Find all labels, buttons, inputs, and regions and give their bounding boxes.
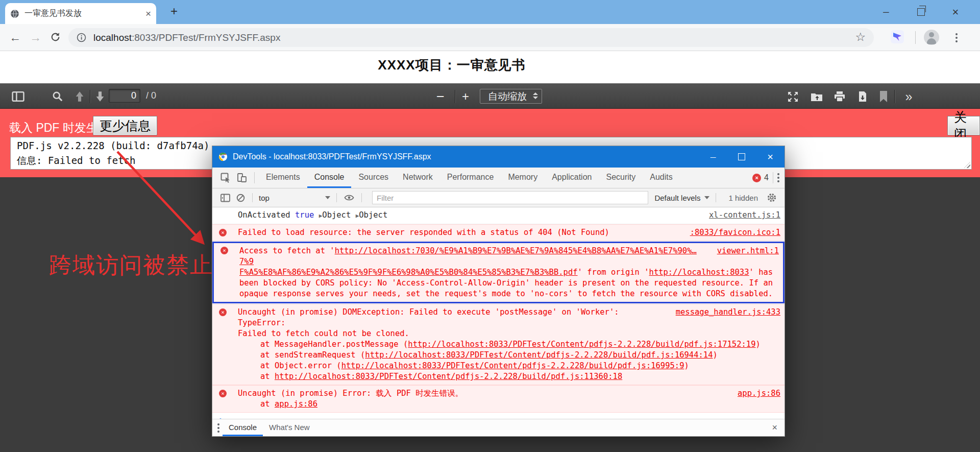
drawer-close-icon[interactable]: ×: [772, 419, 779, 436]
source-link[interactable]: app.js:86: [738, 388, 780, 399]
devtools-minimize-button[interactable]: ─: [699, 146, 727, 168]
stack-frame: at MessageHandler.postMessage (http://lo…: [238, 339, 780, 350]
window-minimize-button[interactable]: ─: [874, 0, 898, 24]
console-error-404-row[interactable]: × :8033/favicon.ico:1 Failed to load res…: [212, 224, 785, 241]
tab-memory[interactable]: Memory: [501, 168, 545, 188]
console-cors-error-row[interactable]: × viewer.html:1 Access to fetch at 'http…: [212, 242, 785, 303]
toolbar-divider: [336, 193, 337, 202]
open-file-icon[interactable]: [808, 84, 825, 109]
execution-context-select[interactable]: top: [259, 194, 330, 202]
window-restore-button[interactable]: [909, 0, 933, 24]
log-text: OnActivated: [238, 210, 290, 220]
console-settings-gear-icon[interactable]: [767, 193, 776, 202]
tab-application[interactable]: Application: [545, 168, 599, 188]
stack-url-link[interactable]: http://localhost:8033/PDFTest/Content/pd…: [275, 372, 622, 381]
tab-audits[interactable]: Audits: [643, 168, 679, 188]
filter-input[interactable]: Filter: [372, 191, 648, 204]
chevron-down-icon: [704, 196, 709, 199]
zoom-select[interactable]: 自动缩放: [480, 89, 542, 104]
stack-url-link[interactable]: http://localhost:8033/PDFTest/Content/pd…: [341, 361, 684, 370]
source-link[interactable]: :8033/favicon.ico:1: [690, 227, 780, 238]
inspect-element-icon[interactable]: [220, 168, 231, 188]
presentation-mode-icon[interactable]: [785, 84, 801, 109]
drawer-tab-console[interactable]: Console: [223, 419, 263, 436]
bookmark-star-icon[interactable]: ☆: [855, 30, 866, 44]
sidebar-toggle-icon[interactable]: [9, 84, 27, 109]
stack-url-link[interactable]: http://localhost:8033/PDFTest/Content/pd…: [408, 340, 755, 349]
more-tools-chevron-icon[interactable]: »: [899, 84, 917, 109]
object-link[interactable]: Object: [322, 210, 351, 220]
tab-elements[interactable]: Elements: [259, 168, 307, 188]
prompt-chevron-icon: >: [219, 415, 225, 419]
levels-select[interactable]: Default levels: [654, 194, 709, 202]
zoom-in-icon[interactable]: +: [458, 84, 473, 109]
tab-performance[interactable]: Performance: [440, 168, 501, 188]
console-error-zh-row[interactable]: × app.js:86 Uncaught (in promise) Error:…: [212, 385, 785, 413]
source-link[interactable]: xl-content.js:1: [709, 210, 780, 221]
devtools-drawer-bar: Console What's New ×: [212, 419, 785, 436]
console-domexception-row[interactable]: × message_handler.js:433 Uncaught (in pr…: [212, 304, 785, 385]
info-icon[interactable]: [77, 33, 86, 42]
tab-close-icon[interactable]: ×: [145, 8, 151, 19]
annotation-label: 跨域访问被禁止: [49, 250, 213, 280]
tab-title: 一审意见书发放: [24, 8, 145, 19]
devtools-menu-icon[interactable]: [777, 173, 779, 182]
console-sidebar-icon[interactable]: [220, 194, 230, 202]
clear-console-icon[interactable]: [236, 194, 245, 202]
live-expression-eye-icon[interactable]: [344, 193, 354, 202]
browser-tab[interactable]: 一审意见书发放 ×: [5, 3, 156, 24]
less-info-button[interactable]: 更少信息: [93, 116, 157, 135]
tab-divider: [254, 172, 255, 183]
stack-text: at Object.error (: [260, 361, 341, 370]
url-bar[interactable]: localhost:8033/PDFTest/FrmYSYJSFF.aspx ☆: [68, 28, 874, 47]
devtools-titlebar[interactable]: DevTools - localhost:8033/PDFTest/FrmYSY…: [212, 146, 785, 168]
url-link[interactable]: F%A5%E8%AF%86%E9%A2%86%E5%9F%9F%E6%98%A0…: [239, 268, 578, 277]
profile-avatar[interactable]: [924, 30, 939, 45]
chrome-menu-icon[interactable]: [955, 33, 958, 42]
new-tab-button[interactable]: +: [166, 4, 182, 18]
stack-url-link[interactable]: app.js:86: [275, 399, 317, 409]
browser-titlebar: 一审意见书发放 × + ─ ×: [0, 0, 980, 24]
drawer-tab-whats-new[interactable]: What's New: [263, 419, 316, 436]
toolbar-divider: [894, 90, 895, 103]
chevron-down-icon: [325, 196, 330, 199]
url-path: :8033/PDFTest/FrmYSYJSFF.aspx: [132, 32, 280, 43]
zoom-out-icon[interactable]: −: [433, 84, 448, 109]
source-link[interactable]: viewer.html:1: [717, 246, 779, 256]
tab-console[interactable]: Console: [307, 168, 352, 188]
globe-icon: [10, 9, 19, 18]
tab-network[interactable]: Network: [396, 168, 440, 188]
page-number-input[interactable]: 0: [109, 89, 140, 103]
devtools-maximize-button[interactable]: [727, 146, 756, 168]
hidden-messages-label: 1 hidden: [728, 194, 758, 202]
window-close-button[interactable]: ×: [943, 0, 968, 24]
error-count-badge[interactable]: × 4: [752, 168, 769, 188]
search-icon[interactable]: [50, 84, 65, 109]
stack-url-link[interactable]: http://localhost:8033/PDFTest/Content/pd…: [365, 350, 713, 360]
object-link[interactable]: Object: [359, 210, 387, 220]
reload-icon[interactable]: [50, 32, 61, 42]
url-link[interactable]: http://localhost:8033: [649, 268, 749, 277]
back-icon[interactable]: ←: [9, 31, 21, 44]
console-prompt[interactable]: >: [212, 413, 785, 418]
extension-icon[interactable]: [891, 30, 904, 43]
tab-sources[interactable]: Sources: [351, 168, 396, 188]
restore-icon: [917, 8, 925, 16]
page-up-icon[interactable]: [72, 84, 87, 109]
forward-icon[interactable]: →: [30, 31, 41, 44]
levels-value: Default levels: [654, 194, 700, 202]
page-down-icon[interactable]: [92, 84, 108, 109]
devtools-close-button[interactable]: ×: [756, 146, 785, 168]
filter-placeholder: Filter: [377, 194, 394, 202]
print-icon[interactable]: [831, 84, 848, 109]
source-link[interactable]: message_handler.js:433: [676, 307, 780, 318]
close-error-button[interactable]: 关闭: [947, 116, 980, 135]
device-toolbar-icon[interactable]: [237, 168, 247, 188]
bookmark-icon[interactable]: [877, 84, 890, 109]
toolbar-divider: [361, 193, 362, 202]
tab-security[interactable]: Security: [599, 168, 643, 188]
download-icon[interactable]: [854, 84, 871, 109]
drawer-menu-icon[interactable]: [217, 423, 219, 433]
console-log-row[interactable]: xl-content.js:1 OnActivated true ▶Object…: [212, 207, 785, 224]
stack-frame: at app.js:86: [238, 399, 780, 410]
